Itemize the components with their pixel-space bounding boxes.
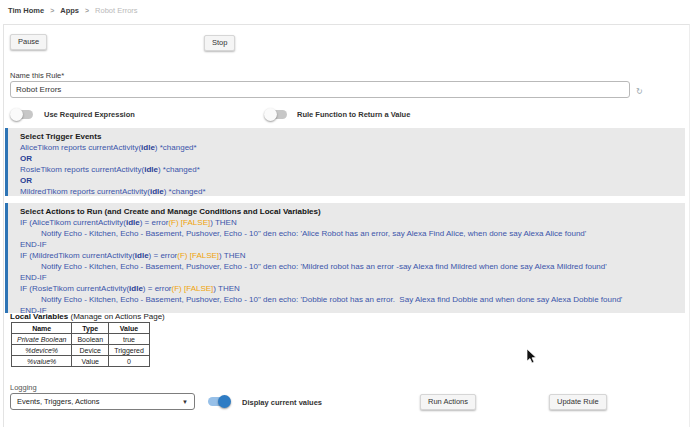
table-row: %value% Value 0 [12,356,150,367]
rule-function-toggle[interactable] [265,110,287,119]
name-rule-label: Name this Rule* [10,71,64,80]
stop-button[interactable]: Stop [204,35,235,51]
var-type: Boolean [72,334,109,345]
table-row: %device% Device Triggered [12,345,150,356]
pause-button[interactable]: Pause [10,34,47,50]
local-variables-title: Local Variables (Manage on Actions Page) [10,312,165,321]
action-notify-line: Notify Echo - Kitchen, Echo - Basement, … [20,261,685,272]
col-header-value: Value [109,323,150,334]
table-header-row: Name Type Value [12,323,150,334]
update-rule-button[interactable]: Update Rule [549,394,607,410]
action-endif-line: END-IF [20,272,685,283]
trigger-section-title: Select Trigger Events [20,131,685,142]
actions-section-title: Select Actions to Run (and Create and Ma… [20,206,685,217]
var-type: Value [72,356,109,367]
logging-dropdown[interactable]: Events, Triggers, Actions ▼ [10,393,195,410]
use-required-expression-toggle[interactable] [11,110,33,119]
breadcrumb-separator-icon: > [85,7,89,14]
var-value: 0 [109,356,150,367]
action-endif-line: END-IF [20,239,685,250]
rule-editor-page: Tim Home > Apps > Robot Errors Pause Sto… [0,0,690,427]
action-if-line: IF (MildredTikom currentActivity(idle) =… [20,250,685,261]
action-notify-line: Notify Echo - Kitchen, Echo - Basement, … [20,294,685,305]
var-type: Device [72,345,109,356]
local-variables-table: Name Type Value Private Boolean Boolean … [11,322,150,367]
table-row: Private Boolean Boolean true [12,334,150,345]
breadcrumb: Tim Home > Apps > Robot Errors [8,6,138,15]
col-header-name: Name [12,323,72,334]
toggle-knob [10,108,23,121]
action-if-line: IF (RosieTikom currentActivity(idle) = e… [20,283,685,294]
action-notify-line: Notify Echo - Kitchen, Echo - Basement, … [20,228,685,239]
rule-name-input[interactable] [10,81,630,98]
var-name: Private Boolean [12,334,72,345]
toggle-knob [218,395,231,408]
breadcrumb-apps[interactable]: Apps [60,6,79,15]
trigger-line: RosieTikom reports currentActivity(idle)… [20,164,685,175]
rule-function-label: Rule Function to Return a Value [297,110,410,119]
trigger-line: AliceTikom reports currentActivity(idle)… [20,142,685,153]
toggle-knob [264,108,277,121]
run-actions-button[interactable]: Run Actions [420,394,476,410]
logging-dropdown-value: Events, Triggers, Actions [17,397,100,406]
trigger-line: MildredTikom reports currentActivity(idl… [20,186,685,197]
breadcrumb-separator-icon: > [50,7,54,14]
logging-label: Logging [10,383,37,392]
action-if-line: IF (AliceTikom currentActivity(idle) = e… [20,217,685,228]
display-current-values-toggle[interactable] [208,397,230,406]
chevron-down-icon: ▼ [182,399,188,405]
refresh-icon[interactable]: ↻ [636,88,643,96]
trigger-events-section[interactable]: Select Trigger Events AliceTikom reports… [5,128,685,196]
var-name: %device% [12,345,72,356]
trigger-or: OR [20,153,685,164]
trigger-or: OR [20,175,685,186]
actions-section[interactable]: Select Actions to Run (and Create and Ma… [5,203,685,313]
var-value: Triggered [109,345,150,356]
col-header-type: Type [72,323,109,334]
var-name: %value% [12,356,72,367]
var-value: true [109,334,150,345]
breadcrumb-home[interactable]: Tim Home [8,6,44,15]
breadcrumb-current: Robot Errors [95,6,138,15]
display-current-values-label: Display current values [242,398,322,407]
use-required-expression-label: Use Required Expression [44,110,135,119]
